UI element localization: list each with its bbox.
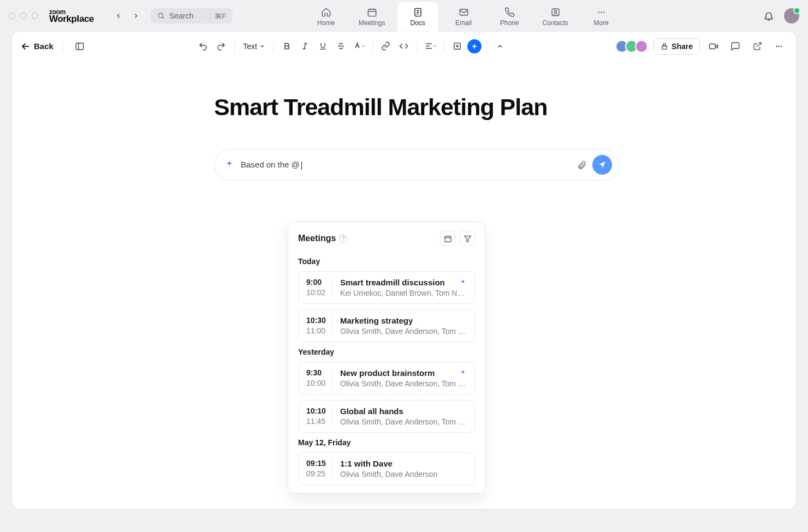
meeting-group-label: Today	[298, 257, 475, 266]
text-color-button[interactable]	[351, 38, 367, 55]
meeting-group-label: Yesterday	[298, 348, 475, 356]
meeting-card[interactable]: 10:30 11:00 Marketing strategy Olivia Sm…	[298, 309, 475, 342]
calendar-button[interactable]	[440, 231, 455, 246]
italic-icon	[300, 41, 310, 51]
strikethrough-button[interactable]	[333, 38, 349, 55]
attachment-icon[interactable]	[577, 160, 587, 170]
tab-phone-label: Phone	[500, 19, 519, 27]
meeting-time: 9:00 10:02	[306, 278, 332, 297]
arrow-left-icon	[21, 41, 31, 51]
tab-home[interactable]: Home	[306, 2, 346, 32]
link-button[interactable]	[378, 38, 394, 55]
search-placeholder: Search	[169, 11, 193, 20]
code-button[interactable]	[396, 38, 412, 55]
svg-marker-44	[464, 236, 470, 242]
tab-email[interactable]: Email	[443, 2, 484, 32]
chevron-down-icon	[259, 43, 265, 49]
video-icon	[709, 41, 718, 51]
meeting-title: Global all hands	[340, 407, 403, 416]
meeting-card[interactable]: 9:00 10:02 Smart treadmill discussion Ke…	[298, 271, 475, 304]
sparkle-icon	[459, 279, 467, 286]
tab-more[interactable]: More	[581, 2, 621, 32]
undo-button[interactable]	[195, 38, 211, 55]
align-button[interactable]	[423, 38, 439, 55]
meeting-time: 10:30 11:00	[306, 316, 332, 336]
share-label: Share	[672, 42, 693, 51]
svg-point-0	[158, 13, 163, 17]
sparkle-icon	[224, 160, 234, 170]
video-button[interactable]	[705, 38, 722, 55]
send-button[interactable]	[592, 155, 612, 175]
notifications-button[interactable]	[763, 10, 774, 21]
docs-icon	[413, 7, 423, 17]
tab-docs[interactable]: Docs	[397, 2, 438, 32]
meeting-card[interactable]: 10:10 11:45 Global all hands Olivia Smit…	[298, 400, 475, 433]
meeting-time: 9:30 10:00	[306, 368, 332, 388]
comment-button[interactable]	[727, 38, 744, 55]
tab-meetings-label: Meetings	[359, 19, 385, 27]
collapse-toolbar[interactable]	[492, 38, 508, 55]
tab-contacts[interactable]: Contacts	[535, 2, 575, 32]
more-icon	[774, 41, 784, 51]
user-avatar[interactable]	[784, 8, 799, 23]
insert-button[interactable]	[449, 38, 466, 55]
lock-icon	[661, 43, 668, 50]
info-icon[interactable]: ?	[339, 235, 347, 243]
nav-forward[interactable]	[129, 9, 143, 23]
filter-icon	[464, 235, 472, 243]
svg-marker-35	[715, 45, 718, 48]
calendar-icon	[444, 235, 452, 243]
share-button[interactable]: Share	[653, 38, 700, 55]
external-icon	[753, 41, 762, 51]
underline-button[interactable]	[315, 38, 331, 55]
document-title[interactable]: Smart Treadmill Marketing Plan	[214, 94, 796, 121]
redo-button[interactable]	[213, 38, 229, 55]
meeting-attendees: Kei Umekoc, Daniel Brown, Tom Nguyen...	[340, 289, 467, 297]
minimize-window[interactable]	[20, 13, 27, 19]
svg-line-21	[304, 44, 306, 49]
underline-icon	[318, 41, 328, 51]
back-label: Back	[34, 41, 54, 51]
home-icon	[321, 7, 331, 17]
meeting-attendees: Olivia Smith, Dave Anderson, Tom Nguyen.…	[340, 379, 467, 388]
meeting-attendees: Olivia Smith, Dave Anderson, Tom Nguyen.…	[340, 327, 467, 336]
chevron-down-icon	[361, 44, 366, 49]
search-shortcut: ⌘F	[215, 12, 226, 20]
collaborators[interactable]	[615, 40, 648, 53]
text-style-label: Text	[243, 42, 257, 51]
bell-icon	[763, 10, 774, 21]
sidebar-toggle[interactable]	[72, 38, 88, 55]
text-style-dropdown[interactable]: Text	[240, 40, 269, 53]
add-button[interactable]	[467, 39, 482, 53]
divider	[274, 40, 274, 52]
divider	[486, 40, 487, 52]
filter-button[interactable]	[460, 231, 475, 246]
tab-contacts-label: Contacts	[542, 19, 568, 27]
italic-button[interactable]	[297, 38, 313, 55]
nav-back[interactable]	[111, 9, 126, 23]
search-input[interactable]: Search ⌘F	[151, 8, 233, 23]
top-tabs: Home Meetings Docs Email Phone Contacts	[306, 0, 621, 32]
open-external-button[interactable]	[749, 38, 765, 55]
svg-rect-34	[710, 44, 716, 49]
tab-phone[interactable]: Phone	[489, 2, 530, 32]
more-menu[interactable]	[771, 38, 787, 55]
maximize-window[interactable]	[32, 13, 38, 19]
document-window: Back Text	[12, 32, 796, 509]
bold-button[interactable]	[279, 38, 295, 55]
more-icon	[596, 7, 607, 17]
chevron-down-icon	[432, 44, 437, 49]
back-button[interactable]: Back	[21, 41, 54, 51]
meeting-title: 1:1 with Dave	[340, 459, 393, 468]
search-icon	[157, 12, 165, 20]
svg-point-14	[601, 11, 602, 13]
svg-point-15	[603, 11, 605, 13]
close-window[interactable]	[9, 13, 15, 19]
strikethrough-icon	[336, 41, 346, 51]
tab-meetings[interactable]: Meetings	[352, 2, 392, 32]
meeting-card[interactable]: 09:15 09:25 1:1 with Dave Olivia Smith, …	[298, 452, 475, 485]
ai-prompt-input[interactable]: Based on the @	[214, 149, 619, 181]
bold-icon	[282, 41, 292, 51]
tab-home-label: Home	[317, 19, 335, 27]
meeting-card[interactable]: 9:30 10:00 New product brainstorm Olivia…	[298, 362, 475, 394]
